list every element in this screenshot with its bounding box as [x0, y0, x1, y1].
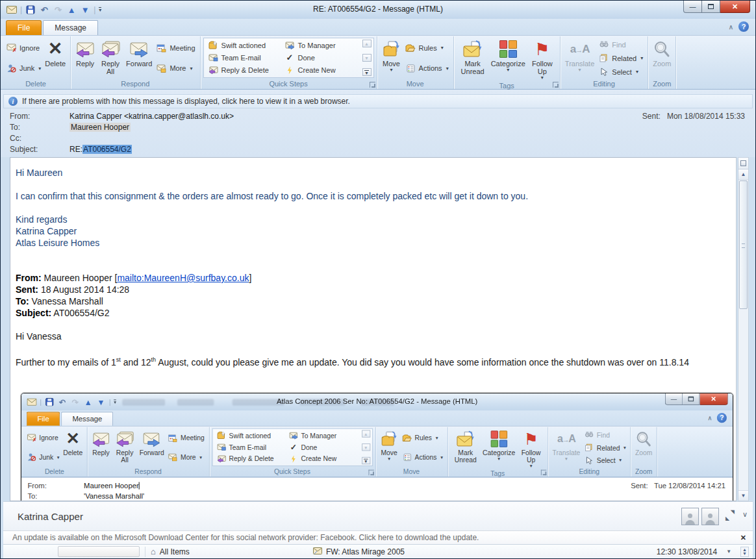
categorize-button[interactable]: Categorize▾: [489, 38, 527, 81]
ribbon-tab-row: File Message ∧ ?: [1, 19, 755, 36]
tags-dialog-launcher-icon[interactable]: [553, 82, 559, 88]
info-bar[interactable]: i If there are problems with how this me…: [3, 94, 753, 108]
maximize-button[interactable]: [702, 1, 720, 13]
quick-steps-dialog-launcher-icon: [368, 469, 373, 475]
avatar[interactable]: [681, 508, 699, 525]
quick-step-swift-actioned[interactable]: Swift actioned: [206, 40, 283, 51]
select-button: Select▾: [582, 455, 628, 466]
forward-button[interactable]: Forward: [124, 38, 154, 79]
mark-unread-button[interactable]: Mark Unread: [457, 38, 489, 81]
meeting-button: Meeting: [166, 432, 206, 443]
split-view-icon[interactable]: [738, 158, 748, 169]
save-icon[interactable]: [25, 5, 36, 15]
close-button[interactable]: ✕: [720, 1, 750, 13]
to-value[interactable]: Maureen Hooper: [69, 123, 131, 132]
ignore-icon: ✗: [6, 43, 17, 53]
ignore-icon: ✗: [27, 433, 37, 442]
message-body[interactable]: Hi Maureen I can confirm that this consi…: [10, 157, 737, 501]
select-button[interactable]: Select▾: [596, 66, 645, 77]
quick-step-done[interactable]: ✓Done: [283, 52, 359, 63]
customize-qat-icon[interactable]: ▾: [99, 7, 101, 12]
avatar[interactable]: [701, 508, 719, 525]
find-icon: [598, 40, 609, 49]
move-icon: [380, 429, 398, 449]
scroll-thumb[interactable]: [739, 180, 748, 309]
meeting-icon: [168, 433, 178, 442]
mark-unread-icon: [462, 38, 483, 60]
quick-steps-more-icon: ▼: [362, 457, 370, 464]
tab-message[interactable]: Message: [43, 20, 98, 35]
quick-steps-scroll-down-icon[interactable]: ▼: [362, 54, 372, 62]
quoted-paragraph: Further to my emails of 1st and 12th Aug…: [16, 354, 731, 368]
previous-item-icon[interactable]: ▲: [66, 5, 77, 15]
quick-step-team-email[interactable]: Team E-mail: [206, 52, 283, 63]
next-item-icon[interactable]: ▼: [80, 5, 90, 15]
meeting-button[interactable]: Meeting: [154, 42, 197, 53]
meeting-icon: [156, 43, 167, 53]
translate-button[interactable]: a→A Translate▾: [563, 38, 596, 79]
quick-step-create-new[interactable]: Create New: [283, 65, 359, 76]
datetime-dropdown-icon[interactable]: ▼: [726, 549, 731, 554]
embedded-sent-value: Sent:Tue 12/08/2014 14:21: [631, 481, 728, 490]
all-items-tab[interactable]: ⌂ All Items: [151, 547, 190, 556]
message-list-item[interactable]: FW: Atlas Mirage 2005: [313, 547, 405, 556]
reply-button[interactable]: Reply: [73, 38, 97, 79]
related-button[interactable]: Related▾: [596, 53, 645, 64]
quick-steps-more-icon[interactable]: ▼: [362, 68, 372, 76]
close-notification-icon[interactable]: ✕: [740, 534, 746, 542]
group-label-zoom: Zoom: [649, 79, 674, 89]
find-icon: [584, 430, 594, 439]
ribbon-group-quick-steps: Swift actioned Team E-mail Reply & Delet…: [209, 427, 375, 476]
actions-button[interactable]: Actions▾: [403, 63, 451, 74]
quick-steps-dialog-launcher-icon[interactable]: [370, 82, 375, 88]
categorize-icon: [490, 429, 507, 449]
ribbon-group-quick-steps: Swift actioned Team E-mail Reply & Delet…: [201, 36, 377, 89]
group-label-tags: Tags: [455, 81, 559, 90]
scroll-up-icon[interactable]: ▲: [738, 169, 748, 180]
group-label-move: Move: [379, 79, 452, 89]
more-respond-button[interactable]: More▾: [154, 63, 197, 74]
create-new-icon: [284, 66, 296, 75]
zoom-button[interactable]: Zoom: [651, 38, 673, 79]
vertical-scrollbar[interactable]: ▲ ▼: [738, 157, 749, 501]
quick-steps-scroll-up-icon[interactable]: ▲: [362, 40, 372, 47]
move-button[interactable]: Move▾: [380, 38, 403, 79]
forward-icon: [143, 429, 161, 449]
minimize-button[interactable]: —: [683, 1, 702, 13]
quick-step-reply-delete[interactable]: Reply & Delete: [206, 65, 283, 76]
tags-dialog-launcher-icon: [541, 469, 546, 475]
quick-step-to-manager[interactable]: To Manager: [283, 40, 359, 51]
delete-button[interactable]: ✕ Delete: [43, 38, 68, 79]
mail-icon[interactable]: [6, 5, 17, 15]
embedded-ribbon-chrome: File Message ∧ ? ✗ Ignore Junk▾: [21, 410, 733, 477]
tab-file[interactable]: File: [6, 20, 42, 35]
ribbon-group-tags: Mark Unread Categorize▾ ⚑ Follow Up▾ Tag…: [447, 427, 548, 476]
rules-button[interactable]: Rules▾: [403, 42, 451, 53]
people-pane-name: Katrina Capper: [18, 511, 83, 522]
actions-icon: [405, 64, 416, 73]
group-label-quick-steps: Quick Steps: [210, 467, 373, 477]
junk-button[interactable]: Junk▾: [4, 63, 43, 74]
delete-icon: ✕: [66, 429, 80, 449]
scroll-stepper-icon[interactable]: ▲▼: [740, 547, 749, 557]
find-button[interactable]: Find: [596, 39, 645, 50]
redo-icon[interactable]: ↷: [53, 5, 63, 15]
follow-up-button[interactable]: ⚑ Follow Up▾: [527, 38, 557, 81]
mark-unread-button: Mark Unread: [450, 428, 481, 468]
ribbon-group-zoom: Zoom Zoom: [631, 427, 657, 476]
quick-steps-scroll-up-icon: ▲: [362, 430, 370, 437]
ribbon-tab-row: File Message ∧ ?: [21, 410, 733, 426]
scroll-down-icon[interactable]: ▼: [738, 490, 748, 501]
mailto-link[interactable]: mailto:MaureenH@surfbay.co.uk: [117, 273, 249, 283]
collapse-chevron-icon[interactable]: ∨: [742, 510, 748, 519]
ignore-button[interactable]: ✗ Ignore: [4, 42, 43, 53]
reply-all-button[interactable]: Reply All: [97, 38, 124, 79]
undo-icon[interactable]: ↶: [39, 5, 49, 15]
ribbon-group-move: Move▾ Rules▾ Actions▾ Move: [377, 36, 454, 89]
expand-people-pane-icon[interactable]: [725, 511, 735, 520]
customize-qat-icon: ▾: [114, 399, 116, 404]
help-icon[interactable]: ?: [738, 21, 749, 32]
minimize-ribbon-icon[interactable]: ∧: [729, 23, 733, 31]
quoted-to-line: To: Vanessa Marshall: [16, 295, 731, 307]
notification-text[interactable]: An update is available on the Microsoft …: [12, 533, 479, 542]
